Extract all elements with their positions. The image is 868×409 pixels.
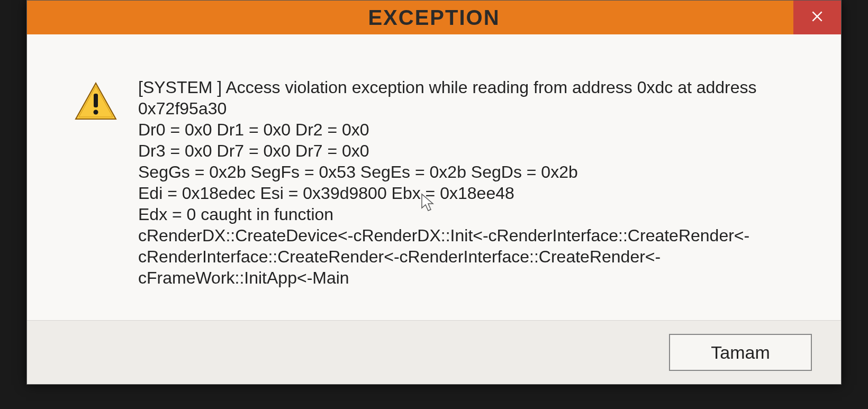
message-line: Dr0 = 0x0 Dr1 = 0x0 Dr2 = 0x0 [138, 119, 809, 140]
icon-column [75, 77, 133, 288]
ok-button[interactable]: Tamam [669, 334, 812, 371]
dialog-footer: Tamam [27, 320, 841, 384]
warning-icon [75, 82, 117, 120]
message-line: [SYSTEM ] Access violation exception whi… [138, 77, 809, 119]
close-icon [810, 10, 824, 25]
dialog-title: EXCEPTION [27, 6, 841, 30]
message-line: cRenderDX::CreateDevice<-cRenderDX::Init… [138, 225, 809, 288]
message-column: [SYSTEM ] Access violation exception whi… [133, 77, 820, 288]
dialog-content: [SYSTEM ] Access violation exception whi… [27, 34, 841, 320]
svg-point-5 [94, 110, 98, 115]
svg-rect-4 [94, 94, 98, 107]
message-line: Edi = 0x18edec Esi = 0x39d9800 Ebx = 0x1… [138, 183, 809, 204]
message-line: Edx = 0 caught in function [138, 204, 809, 225]
exception-message: [SYSTEM ] Access violation exception whi… [138, 77, 809, 288]
message-line: Dr3 = 0x0 Dr7 = 0x0 Dr7 = 0x0 [138, 140, 809, 161]
exception-dialog: EXCEPTION [SYSTEM ] Access viol [26, 0, 842, 385]
titlebar[interactable]: EXCEPTION [27, 1, 841, 34]
close-button[interactable] [793, 1, 841, 34]
message-line: SegGs = 0x2b SegFs = 0x53 SegEs = 0x2b S… [138, 161, 809, 183]
